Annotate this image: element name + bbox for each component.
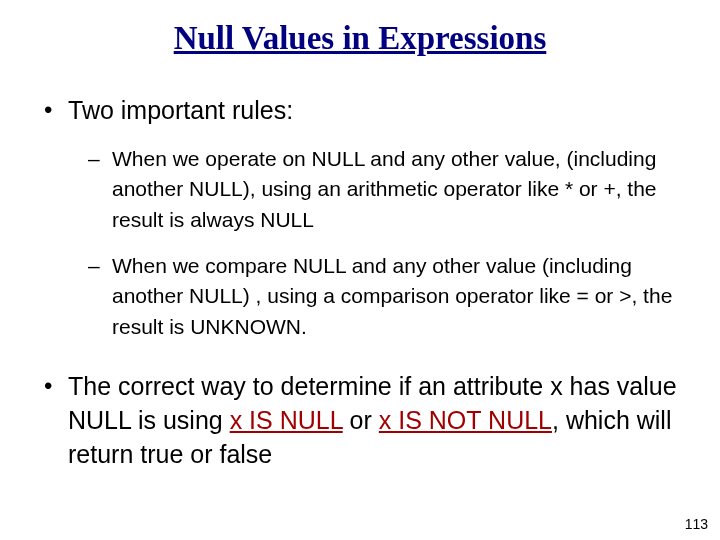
slide: Null Values in Expressions Two important… — [0, 0, 720, 540]
bullet-text: When we compare NULL and any other value… — [112, 254, 672, 338]
page-number: 113 — [685, 516, 708, 532]
sub-bullet-arithmetic: When we operate on NULL and any other va… — [88, 144, 680, 235]
sub-bullet-comparison: When we compare NULL and any other value… — [88, 251, 680, 342]
bullet-text-mid: or — [343, 406, 379, 434]
keyword-is-null: x IS NULL — [230, 406, 343, 434]
keyword-is-not-null: x IS NOT NULL — [379, 406, 552, 434]
bullet-list-level2: When we operate on NULL and any other va… — [68, 144, 680, 343]
bullet-is-null: The correct way to determine if an attri… — [40, 370, 680, 471]
bullet-text: Two important rules: — [68, 96, 293, 124]
bullet-rules-intro: Two important rules: When we operate on … — [40, 94, 680, 342]
bullet-list-level1: Two important rules: When we operate on … — [0, 94, 720, 472]
bullet-text: When we operate on NULL and any other va… — [112, 147, 657, 231]
slide-title: Null Values in Expressions — [0, 0, 720, 66]
